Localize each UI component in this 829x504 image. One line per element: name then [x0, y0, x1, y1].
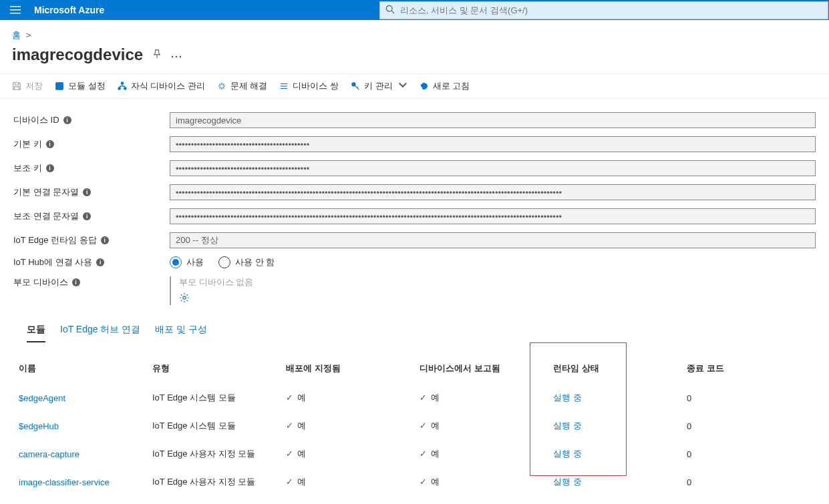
svg-point-5 — [172, 55, 174, 57]
col-spec-deploy[interactable]: 배포에 지정됨 — [281, 356, 414, 384]
info-icon[interactable]: i — [96, 258, 104, 266]
radio-circle-icon — [170, 256, 182, 268]
svg-line-4 — [391, 11, 394, 13]
info-icon[interactable]: i — [72, 278, 80, 286]
module-spec-cell: ✓예 — [281, 384, 414, 412]
more-icon[interactable] — [171, 50, 182, 60]
primary-conn-field[interactable] — [170, 184, 816, 200]
radio-disable[interactable]: 사용 안 함 — [218, 256, 275, 268]
hierarchy-icon — [118, 81, 127, 91]
tab-hub-conn[interactable]: IoT Edge 허브 연결 — [60, 324, 140, 342]
module-type-cell: IoT Edge 시스템 모듈 — [147, 384, 281, 412]
module-reported-cell: ✓예 — [414, 468, 548, 496]
check-icon: ✓ — [286, 421, 293, 431]
action-toolbar: 저장 모듈 설정 자식 디바이스 관리 문제 해결 디바이스 쌍 키 관리 새로… — [0, 73, 829, 99]
runtime-status-link[interactable]: 실행 중 — [553, 477, 582, 487]
table-row: $edgeHubIoT Edge 시스템 모듈✓예✓예실행 중0 — [13, 412, 816, 440]
secondary-key-label: 보조 키 i — [13, 162, 170, 174]
check-icon: ✓ — [286, 449, 293, 459]
col-name[interactable]: 이름 — [13, 356, 147, 384]
device-id-field[interactable] — [170, 112, 816, 128]
tab-deploy-config[interactable]: 배포 및 구성 — [155, 324, 207, 342]
module-name-link[interactable]: image-classifier-service — [19, 477, 110, 487]
info-icon[interactable]: i — [46, 140, 54, 148]
radio-circle-icon — [218, 256, 230, 268]
parent-device-label: 부모 디바이스 i — [13, 276, 170, 288]
info-icon[interactable]: i — [63, 116, 71, 124]
exit-code-cell: 0 — [681, 384, 816, 412]
module-type-cell: IoT Edge 시스템 모듈 — [147, 412, 281, 440]
device-id-label: 디바이스 ID i — [13, 114, 170, 126]
troubleshoot-icon — [217, 81, 226, 91]
check-icon: ✓ — [420, 393, 427, 403]
module-type-cell: IoT Edge 사용자 지정 모듈 — [147, 468, 281, 496]
runtime-resp-field[interactable] — [170, 232, 816, 248]
search-bar[interactable] — [379, 1, 828, 19]
info-icon[interactable]: i — [83, 188, 91, 196]
iot-hub-conn-radio-group: 사용 사용 안 함 — [170, 256, 275, 268]
list-icon — [279, 81, 289, 91]
col-reported[interactable]: 디바이스에서 보고됨 — [414, 356, 548, 384]
svg-point-12 — [118, 87, 121, 90]
exit-code-cell: 0 — [681, 412, 816, 440]
table-header-row: 이름 유형 배포에 지정됨 디바이스에서 보고됨 런타임 상태 종료 코드 — [13, 356, 816, 384]
modules-icon — [55, 81, 64, 91]
top-bar: Microsoft Azure — [0, 0, 829, 20]
save-button: 저장 — [7, 77, 48, 95]
set-modules-button[interactable]: 모듈 설정 — [49, 77, 111, 95]
module-type-cell: IoT Edge 사용자 지정 모듈 — [147, 440, 281, 468]
key-mgmt-button[interactable]: 키 관리 — [345, 77, 413, 95]
chevron-down-icon — [398, 81, 407, 92]
page-title-row: imagrecogdevice — [0, 41, 829, 73]
breadcrumb-home[interactable]: 홈 — [12, 30, 21, 40]
module-name-link[interactable]: $edgeAgent — [19, 393, 65, 403]
svg-point-18 — [183, 296, 186, 299]
highlight-box — [530, 342, 627, 476]
check-icon: ✓ — [420, 449, 427, 459]
svg-point-13 — [124, 87, 126, 90]
info-icon[interactable]: i — [46, 164, 54, 172]
device-twin-button[interactable]: 디바이스 쌍 — [274, 77, 344, 95]
secondary-key-field[interactable] — [170, 160, 816, 176]
module-spec-cell: ✓예 — [281, 412, 414, 440]
secondary-conn-field[interactable] — [170, 208, 816, 224]
col-type[interactable]: 유형 — [147, 356, 281, 384]
pin-icon[interactable] — [152, 49, 162, 61]
exit-code-cell: 0 — [681, 468, 816, 496]
primary-key-field[interactable] — [170, 136, 816, 152]
radio-enable[interactable]: 사용 — [170, 256, 204, 268]
info-icon[interactable]: i — [83, 212, 91, 220]
module-reported-cell: ✓예 — [414, 412, 548, 440]
primary-key-label: 기본 키 i — [13, 138, 170, 150]
parent-device-block: 부모 디바이스 없음 — [170, 276, 253, 305]
tab-modules[interactable]: 모듈 — [27, 324, 45, 342]
modules-table: 이름 유형 배포에 지정됨 디바이스에서 보고됨 런타임 상태 종료 코드 $e… — [13, 356, 816, 496]
runtime-resp-label: IoT Edge 런타임 응답 i — [13, 234, 170, 246]
refresh-icon — [420, 81, 429, 91]
search-input[interactable] — [400, 5, 822, 15]
iot-hub-conn-label: IoT Hub에 연결 사용 i — [13, 256, 170, 268]
gear-icon[interactable] — [179, 292, 253, 305]
refresh-button[interactable]: 새로 고침 — [414, 77, 476, 95]
search-icon — [385, 5, 395, 16]
svg-point-7 — [180, 55, 182, 57]
svg-point-3 — [386, 5, 392, 11]
module-name-link[interactable]: camera-capture — [19, 449, 79, 459]
table-row: $edgeAgentIoT Edge 시스템 모듈✓예✓예실행 중0 — [13, 384, 816, 412]
module-spec-cell: ✓예 — [281, 440, 414, 468]
parent-device-none-text: 부모 디바이스 없음 — [179, 276, 253, 288]
check-icon: ✓ — [420, 421, 427, 431]
info-icon[interactable]: i — [101, 236, 109, 244]
hamburger-menu-button[interactable] — [0, 0, 30, 20]
device-form: 디바이스 ID i 기본 키 i 보조 키 i 기본 연결 문자열 i 보조 연… — [0, 99, 829, 342]
modules-table-wrap: 이름 유형 배포에 지정됨 디바이스에서 보고됨 런타임 상태 종료 코드 $e… — [0, 342, 829, 504]
child-devices-button[interactable]: 자식 디바이스 관리 — [112, 77, 210, 95]
col-exit-code[interactable]: 종료 코드 — [681, 356, 816, 384]
save-icon — [12, 81, 21, 91]
table-row: camera-captureIoT Edge 사용자 지정 모듈✓예✓예실행 중… — [13, 440, 816, 468]
key-icon — [351, 81, 360, 91]
troubleshoot-button[interactable]: 문제 해결 — [212, 77, 273, 95]
breadcrumb: 홈 > — [0, 20, 829, 41]
module-name-link[interactable]: $edgeHub — [19, 421, 59, 431]
svg-rect-2 — [10, 13, 21, 14]
